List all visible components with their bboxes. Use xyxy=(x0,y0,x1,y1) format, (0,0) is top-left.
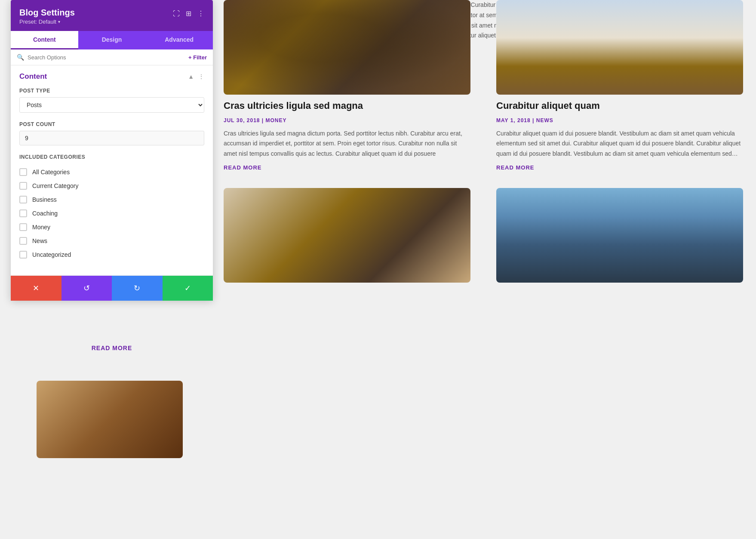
save-icon: ✓ xyxy=(184,283,191,293)
category-checkbox-uncategorized[interactable] xyxy=(19,251,27,259)
filter-button[interactable]: + Filter xyxy=(188,54,207,61)
post-type-label: Post Type xyxy=(19,88,204,94)
panel-preset[interactable]: Preset: Default ▾ xyxy=(19,18,75,25)
post-meta-2: MAY 1, 2018 | NEWS xyxy=(496,117,743,123)
post-read-more-1[interactable]: READ MORE xyxy=(224,164,470,171)
category-label-current: Current Category xyxy=(32,182,78,189)
read-more-link-below[interactable]: READ MORE xyxy=(92,345,132,351)
filter-label: + Filter xyxy=(188,54,207,61)
more-options-icon[interactable]: ⋮ xyxy=(198,73,204,80)
save-button[interactable]: ✓ xyxy=(163,276,213,301)
category-item-money: Money xyxy=(19,220,204,234)
blog-post-1: Cras ultricies ligula sed magna JUL 30, … xyxy=(224,0,470,171)
panel-tabs: Content Design Advanced xyxy=(11,31,213,49)
post-count-field: Post Count xyxy=(19,121,204,145)
tab-content[interactable]: Content xyxy=(11,31,78,49)
category-label-news: News xyxy=(32,237,47,244)
bottom-thumbnail-image xyxy=(37,381,183,458)
category-item-all: All Categories xyxy=(19,165,204,179)
tab-advanced[interactable]: Advanced xyxy=(145,31,213,49)
search-icon: 🔍 xyxy=(17,54,24,61)
category-checkbox-business[interactable] xyxy=(19,196,27,203)
redo-button[interactable]: ↻ xyxy=(112,276,163,301)
post-image-1 xyxy=(224,0,470,95)
category-label-uncategorized: Uncategorized xyxy=(32,251,71,258)
category-checkbox-all[interactable] xyxy=(19,168,27,176)
panel-body: Content ▲ ⋮ Post Type Posts Post Count I… xyxy=(11,65,213,275)
preset-dropdown-arrow: ▾ xyxy=(58,19,60,24)
search-input[interactable] xyxy=(28,54,185,61)
blog-post-4 xyxy=(496,188,743,283)
blog-content-grid: Cras ultricies ligula sed magna JUL 30, … xyxy=(211,0,756,283)
category-item-business: Business xyxy=(19,193,204,206)
category-checkbox-money[interactable] xyxy=(19,223,27,231)
panel-actions: ✕ ↺ ↻ ✓ xyxy=(11,275,213,301)
post-type-select[interactable]: Posts xyxy=(19,97,204,113)
post-count-input[interactable] xyxy=(19,131,204,145)
more-icon[interactable]: ⋮ xyxy=(197,9,204,18)
category-item-current: Current Category xyxy=(19,179,204,193)
chevron-up-icon[interactable]: ▲ xyxy=(188,73,194,80)
panel-header-icons: ⛶ ⊞ ⋮ xyxy=(173,9,204,18)
blog-post-2: Curabitur aliquet quam MAY 1, 2018 | NEW… xyxy=(496,0,743,171)
post-title-2: Curabitur aliquet quam xyxy=(496,100,743,112)
blog-settings-panel: Blog Settings Preset: Default ▾ ⛶ ⊞ ⋮ Co… xyxy=(11,0,213,301)
redo-icon: ↻ xyxy=(134,283,140,293)
category-label-business: Business xyxy=(32,196,57,203)
post-image-2 xyxy=(496,0,743,95)
post-image-4 xyxy=(496,188,743,283)
section-header: Content ▲ ⋮ xyxy=(19,72,204,81)
tab-design[interactable]: Design xyxy=(78,31,146,49)
section-icons: ▲ ⋮ xyxy=(188,73,204,80)
post-count-label: Post Count xyxy=(19,121,204,127)
category-label-coaching: Coaching xyxy=(32,210,58,217)
category-checkbox-coaching[interactable] xyxy=(19,209,27,217)
post-read-more-2[interactable]: READ MORE xyxy=(496,164,743,171)
category-checkbox-current[interactable] xyxy=(19,182,27,190)
post-type-field: Post Type Posts xyxy=(19,88,204,113)
category-checkbox-news[interactable] xyxy=(19,237,27,245)
post-excerpt-1: Cras ultricies ligula sed magna dictum p… xyxy=(224,129,470,159)
panel-header: Blog Settings Preset: Default ▾ ⛶ ⊞ ⋮ xyxy=(11,0,213,31)
read-more-below: READ MORE xyxy=(11,340,213,356)
category-label-all: All Categories xyxy=(32,169,70,176)
section-title: Content xyxy=(19,72,47,81)
expand-icon[interactable]: ⛶ xyxy=(173,10,180,18)
search-bar: 🔍 + Filter xyxy=(11,49,213,65)
post-excerpt-2: Curabitur aliquet quam id dui posuere bl… xyxy=(496,129,743,159)
included-categories-label: Included Categories xyxy=(19,154,204,160)
panel-title: Blog Settings xyxy=(19,8,75,18)
post-title-1: Cras ultricies ligula sed magna xyxy=(224,100,470,112)
undo-icon: ↺ xyxy=(83,283,90,293)
undo-button[interactable]: ↺ xyxy=(61,276,112,301)
category-item-uncategorized: Uncategorized xyxy=(19,248,204,262)
category-item-news: News xyxy=(19,234,204,248)
cancel-icon: ✕ xyxy=(33,283,39,293)
category-item-coaching: Coaching xyxy=(19,206,204,220)
category-label-money: Money xyxy=(32,224,50,231)
post-meta-1: JUL 30, 2018 | MONEY xyxy=(224,117,470,123)
columns-icon[interactable]: ⊞ xyxy=(186,9,191,18)
panel-title-group: Blog Settings Preset: Default ▾ xyxy=(19,8,75,25)
blog-post-3 xyxy=(224,188,470,283)
included-categories-section: Included Categories All Categories Curre… xyxy=(19,154,204,262)
post-image-3 xyxy=(224,188,470,283)
cancel-button[interactable]: ✕ xyxy=(11,276,61,301)
